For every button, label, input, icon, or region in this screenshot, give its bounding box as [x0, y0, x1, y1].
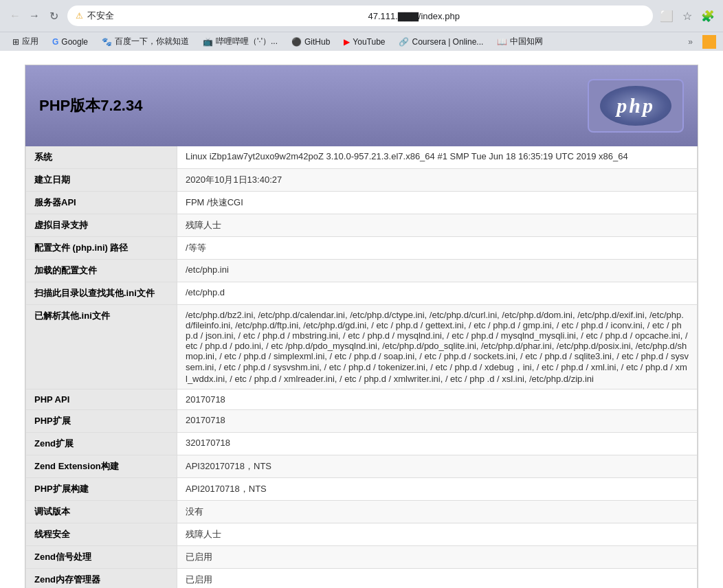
row-label: Zend扩展: [26, 433, 177, 455]
bookmark-youtube[interactable]: ▶ YouTube: [338, 35, 390, 49]
row-label: Zend Extension构建: [26, 455, 177, 478]
table-row: Zend扩展320170718: [26, 433, 698, 455]
baidu-icon: 🐾: [102, 37, 112, 47]
extensions-button[interactable]: 🧩: [700, 8, 716, 24]
row-value: 2020年10月1日13:40:27: [177, 169, 698, 192]
row-value: 没有: [177, 501, 698, 523]
table-row: 加载的配置文件/etc/php.ini: [26, 260, 698, 282]
row-label: 线程安全: [26, 523, 177, 546]
table-row: 系统Linux iZbp1aw7yt2uxo9w2m42poZ 3.10.0-9…: [26, 146, 698, 169]
cast-button[interactable]: ⬜: [658, 8, 675, 24]
table-row: Zend内存管理器已启用: [26, 569, 698, 589]
row-label: 虚拟目录支持: [26, 214, 177, 237]
bookmarks-more-button[interactable]: »: [684, 35, 697, 49]
row-value: /etc/php.d: [177, 282, 698, 305]
row-value: 已启用: [177, 546, 698, 569]
row-label: Zend内存管理器: [26, 569, 177, 589]
table-row: PHP扩展构建API20170718，NTS: [26, 478, 698, 501]
bookmark-github-label: GitHub: [304, 37, 330, 47]
phpinfo-table: 系统Linux iZbp1aw7yt2uxo9w2m42poZ 3.10.0-9…: [25, 146, 698, 588]
row-value: /etc/php.d/bz2.ini, /etc/php.d/calendar.…: [177, 305, 698, 389]
bookmark-apps-label: 应用: [22, 36, 38, 47]
row-value: 已启用: [177, 569, 698, 589]
row-label: 建立日期: [26, 169, 177, 192]
toolbar-right: ⬜ ☆ 🧩: [658, 8, 716, 24]
row-value: 残障人士: [177, 523, 698, 546]
row-value: /等等: [177, 237, 698, 260]
row-value: 20170718: [177, 410, 698, 433]
row-label: PHP扩展构建: [26, 478, 177, 501]
table-row: 扫描此目录以查找其他.ini文件/etc/php.d: [26, 282, 698, 305]
security-label: 不安全: [87, 10, 364, 22]
bookmark-bilibili-label: 哔哩哔哩（'·'）...: [216, 36, 278, 47]
row-value: API20170718，NTS: [177, 478, 698, 501]
bookmark-bilibili[interactable]: 📺 哔哩哔哩（'·'）...: [197, 34, 283, 49]
cnki-icon: 📖: [497, 37, 507, 47]
row-value: 残障人士: [177, 214, 698, 237]
youtube-icon: ▶: [344, 37, 350, 47]
row-label: Zend信号处理: [26, 546, 177, 569]
github-icon: ⚫: [291, 37, 302, 47]
row-label: 配置文件 (php.ini) 路径: [26, 237, 177, 260]
apps-icon: ⊞: [12, 37, 19, 47]
bookmark-baidu[interactable]: 🐾 百度一下，你就知道: [96, 34, 194, 49]
bookmark-google-label: Google: [61, 37, 88, 47]
table-row: Zend信号处理已启用: [26, 546, 698, 569]
refresh-button[interactable]: ↻: [45, 8, 62, 24]
row-label: PHP API: [26, 389, 177, 410]
row-label: 加载的配置文件: [26, 260, 177, 282]
bilibili-icon: 📺: [203, 37, 213, 47]
back-button[interactable]: ←: [7, 8, 23, 24]
bookmark-coursera[interactable]: 🔗 Coursera | Online...: [393, 35, 489, 49]
table-row: PHP API20170718: [26, 389, 698, 410]
bookmarks-bar: ⊞ 应用 G Google 🐾 百度一下，你就知道 📺 哔哩哔哩（'·'）...…: [0, 32, 723, 51]
row-label: 已解析其他.ini文件: [26, 305, 177, 389]
table-row: 已解析其他.ini文件/etc/php.d/bz2.ini, /etc/php.…: [26, 305, 698, 389]
row-label: 系统: [26, 146, 177, 169]
table-row: PHP扩展20170718: [26, 410, 698, 433]
address-bar[interactable]: ⚠ 不安全 47.111.▇▇▇/index.php: [67, 5, 653, 26]
table-row: 虚拟目录支持残障人士: [26, 214, 698, 237]
phpinfo-container: PHP版本7.2.34 php 系统Linux iZbp1aw7yt2uxo9w…: [25, 65, 698, 588]
row-value: FPM /快速CGI: [177, 192, 698, 214]
row-value: Linux iZbp1aw7yt2uxo9w2m42poZ 3.10.0-957…: [177, 146, 698, 169]
row-label: 扫描此目录以查找其他.ini文件: [26, 282, 177, 305]
page-content: PHP版本7.2.34 php 系统Linux iZbp1aw7yt2uxo9w…: [0, 51, 723, 588]
php-logo: php: [588, 79, 684, 133]
row-value: API320170718，NTS: [177, 455, 698, 478]
google-icon: G: [52, 37, 58, 47]
row-label: 调试版本: [26, 501, 177, 523]
security-icon: ⚠: [76, 11, 83, 21]
table-row: Zend Extension构建API320170718，NTS: [26, 455, 698, 478]
table-row: 配置文件 (php.ini) 路径/等等: [26, 237, 698, 260]
nav-buttons: ← → ↻: [7, 8, 62, 24]
coursera-icon: 🔗: [399, 37, 409, 47]
table-row: 线程安全残障人士: [26, 523, 698, 546]
table-row: 建立日期2020年10月1日13:40:27: [26, 169, 698, 192]
browser-toolbar: ← → ↻ ⚠ 不安全 47.111.▇▇▇/index.php ⬜ ☆ 🧩: [0, 0, 723, 32]
row-value: /etc/php.ini: [177, 260, 698, 282]
url-display: 47.111.▇▇▇/index.php: [368, 11, 645, 21]
sticky-note: [702, 35, 716, 49]
forward-button[interactable]: →: [26, 8, 43, 24]
bookmark-apps[interactable]: ⊞ 应用: [7, 34, 44, 49]
row-label: PHP扩展: [26, 410, 177, 433]
php-logo-text: php: [600, 86, 671, 126]
bookmark-button[interactable]: ☆: [679, 8, 696, 24]
bookmark-cnki-label: 中国知网: [510, 36, 543, 47]
table-row: 服务器APIFPM /快速CGI: [26, 192, 698, 214]
bookmark-coursera-label: Coursera | Online...: [412, 37, 483, 47]
table-row: 调试版本没有: [26, 501, 698, 523]
phpinfo-header: PHP版本7.2.34 php: [25, 65, 698, 146]
bookmark-google[interactable]: G Google: [47, 35, 93, 49]
row-value: 320170718: [177, 433, 698, 455]
bookmark-cnki[interactable]: 📖 中国知网: [491, 34, 548, 49]
bookmark-github[interactable]: ⚫ GitHub: [286, 35, 335, 49]
bookmark-baidu-label: 百度一下，你就知道: [115, 36, 189, 47]
row-value: 20170718: [177, 389, 698, 410]
row-label: 服务器API: [26, 192, 177, 214]
bookmark-youtube-label: YouTube: [353, 37, 385, 47]
phpinfo-title: PHP版本7.2.34: [39, 95, 142, 116]
browser-window: ← → ↻ ⚠ 不安全 47.111.▇▇▇/index.php ⬜ ☆ 🧩 ⊞…: [0, 0, 723, 588]
